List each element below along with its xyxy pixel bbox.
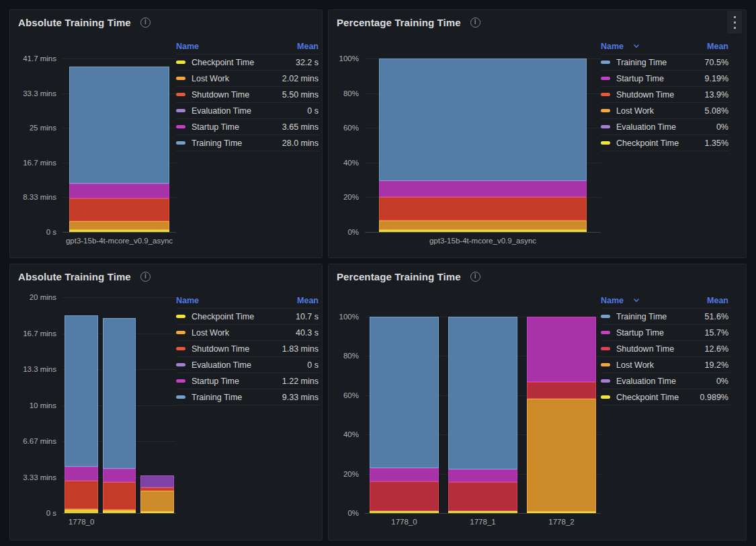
panel-title[interactable]: Percentage Training Time (337, 271, 461, 282)
legend-row-evaluation[interactable]: Evaluation Time0 s (176, 103, 320, 119)
bar-segment-shutdown[interactable] (527, 382, 596, 399)
legend-header-name[interactable]: Name (601, 42, 640, 51)
legend-row-lost[interactable]: Lost Work5.08% (601, 103, 730, 119)
info-icon[interactable]: i (470, 17, 480, 28)
bar-segment-training[interactable] (103, 318, 136, 469)
legend-row-lost[interactable]: Lost Work40.3 s (176, 325, 320, 341)
bar-segment-lost[interactable] (527, 399, 596, 512)
panel-body: 100%80%60%40%20%0% gpt3-15b-4t-mcore_v0.… (329, 29, 746, 258)
legend-row-shutdown[interactable]: Shutdown Time5.50 mins (176, 87, 320, 103)
y-tick-label: 16.7 mins (23, 159, 56, 167)
bar-segment-training[interactable] (379, 58, 587, 181)
bar-segment-lost[interactable] (69, 221, 169, 229)
legend-mean-value: 5.08% (705, 106, 728, 116)
bar-segment-checkpoint[interactable] (103, 511, 136, 513)
bar-segment-startup[interactable] (103, 469, 136, 482)
legend-row-shutdown[interactable]: Shutdown Time12.6% (601, 341, 730, 357)
legend-mean-value: 0% (716, 377, 728, 386)
legend-row-shutdown[interactable]: Shutdown Time1.83 mins (176, 341, 320, 357)
legend-header-mean[interactable]: Mean (297, 42, 319, 51)
legend-row-startup[interactable]: Startup Time1.22 mins (176, 373, 320, 389)
bar-segment-training[interactable] (69, 67, 169, 183)
bar-segment-training[interactable] (65, 315, 98, 466)
legend-name: Lost Work (176, 74, 229, 83)
bar-segment-shutdown[interactable] (370, 481, 439, 510)
bars (62, 58, 176, 232)
bar-segment-startup[interactable] (527, 317, 596, 383)
legend-row-startup[interactable]: Startup Time9.19% (601, 71, 730, 87)
bar-segment-checkpoint[interactable] (379, 230, 587, 232)
legend-row-lost[interactable]: Lost Work2.02 mins (176, 71, 320, 87)
legend-name: Checkpoint Time (601, 393, 679, 402)
legend-row-evaluation[interactable]: Evaluation Time0% (601, 119, 730, 135)
legend-row-startup[interactable]: Startup Time3.65 mins (176, 119, 320, 135)
legend-row-training[interactable]: Training Time9.33 mins (176, 389, 320, 405)
legend-row-training[interactable]: Training Time51.6% (601, 309, 730, 325)
legend-header-name[interactable]: Name (176, 42, 199, 51)
y-tick-label: 20 mins (30, 293, 56, 301)
legend-header-mean[interactable]: Mean (707, 42, 728, 51)
bar-segment-startup[interactable] (69, 184, 169, 199)
legend-mean-value: 2.02 mins (282, 74, 319, 83)
legend-series-label: Lost Work (616, 360, 654, 370)
y-tick-label: 16.7 mins (23, 329, 56, 338)
legend-header-name[interactable]: Name (176, 296, 199, 305)
bar-segment-checkpoint[interactable] (448, 511, 517, 513)
panel-body: 100%80%60%40%20%0% 1778_01778_11778_2 Na… (329, 283, 746, 540)
info-icon[interactable]: i (470, 272, 480, 282)
legend-table: NameMeanTraining Time70.5%Startup Time9.… (601, 38, 730, 151)
legend-row-lost[interactable]: Lost Work19.2% (601, 357, 730, 373)
bar-segment-training[interactable] (448, 317, 517, 469)
plot (62, 58, 176, 232)
bar-segment-startup[interactable] (448, 469, 517, 482)
legend-series-label: Checkpoint Time (616, 139, 679, 148)
bar-slot (100, 297, 138, 513)
bar-segment-shutdown[interactable] (103, 482, 136, 510)
info-icon[interactable]: i (140, 272, 151, 282)
panel-title[interactable]: Absolute Training Time (18, 17, 131, 28)
bar-segment-startup[interactable] (379, 181, 587, 197)
legend-series-label: Shutdown Time (192, 344, 249, 354)
legend-header-name[interactable]: Name (601, 296, 640, 305)
legend-header-mean[interactable]: Mean (707, 296, 728, 305)
bar-segment-checkpoint[interactable] (69, 230, 169, 232)
panel-title[interactable]: Percentage Training Time (337, 17, 461, 28)
y-tick-label: 6.67 mins (23, 437, 56, 445)
bar-slot (522, 317, 601, 513)
panel-title[interactable]: Absolute Training Time (18, 271, 131, 282)
legend-name: Startup Time (176, 122, 239, 132)
bar-segment-lost[interactable] (379, 221, 587, 229)
panel-menu-kebab-icon[interactable] (727, 11, 742, 34)
bar-segment-shutdown[interactable] (69, 198, 169, 221)
legend-mean-value: 0% (716, 122, 728, 132)
legend-header-mean[interactable]: Mean (297, 296, 319, 305)
legend-row-checkpoint[interactable]: Checkpoint Time10.7 s (176, 309, 320, 325)
legend-row-checkpoint[interactable]: Checkpoint Time32.2 s (176, 54, 320, 71)
stacked-bar (140, 297, 174, 513)
bar-segment-checkpoint[interactable] (65, 510, 98, 513)
bar-segment-shutdown[interactable] (379, 197, 587, 221)
legend-row-evaluation[interactable]: Evaluation Time0 s (176, 357, 320, 373)
bar-segment-startup[interactable] (65, 467, 98, 481)
legend-row-checkpoint[interactable]: Checkpoint Time1.35% (601, 135, 730, 151)
legend-row-startup[interactable]: Startup Time15.7% (601, 325, 730, 341)
bar-segment-checkpoint[interactable] (140, 512, 174, 513)
bar-segment-lost[interactable] (140, 491, 174, 512)
bar-segment-training[interactable] (370, 317, 439, 468)
x-axis: 1778_0 (62, 513, 176, 540)
legend-row-training[interactable]: Training Time28.0 mins (176, 135, 320, 151)
bar-segment-shutdown[interactable] (448, 482, 517, 510)
bar-segment-startup[interactable] (370, 468, 439, 481)
legend-row-training[interactable]: Training Time70.5% (601, 54, 730, 71)
bar-segment-shutdown[interactable] (65, 481, 98, 510)
info-icon[interactable]: i (140, 17, 151, 28)
series-color-marker (601, 331, 610, 334)
legend-name: Checkpoint Time (176, 312, 254, 321)
legend-row-checkpoint[interactable]: Checkpoint Time0.989% (601, 389, 730, 405)
legend-row-evaluation[interactable]: Evaluation Time0% (601, 373, 730, 389)
bars (62, 297, 176, 513)
bar-segment-startup[interactable] (140, 475, 174, 488)
bar-segment-checkpoint[interactable] (370, 511, 439, 514)
legend-row-shutdown[interactable]: Shutdown Time13.9% (601, 87, 730, 103)
bar-segment-checkpoint[interactable] (527, 512, 596, 513)
